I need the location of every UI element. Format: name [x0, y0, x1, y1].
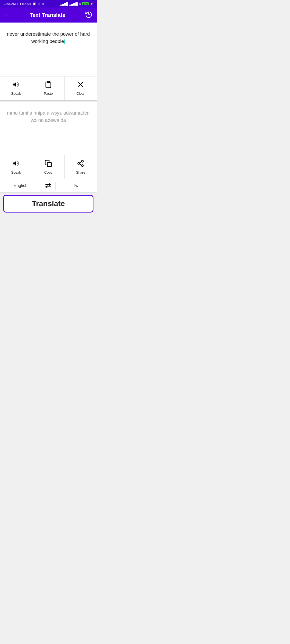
x-icon [77, 81, 84, 90]
input-section: never underestimate the power of hard wo… [0, 23, 97, 76]
svg-rect-0 [47, 81, 49, 83]
speak-output-button[interactable]: Speak [0, 155, 32, 179]
speaker-output-icon [12, 160, 20, 169]
app-header: ← Text Translate [0, 8, 97, 23]
source-language-label: English [13, 183, 27, 188]
svg-rect-3 [47, 163, 51, 167]
status-right: ▂▄▆█ ▂▄▆█ ≋ 63% ⚡ [60, 2, 93, 6]
output-text: mmu tumi a nnipa a wɔyɛ adwumaden wɔ no … [0, 101, 97, 155]
speak-input-button[interactable]: Speak [0, 76, 32, 100]
speak-input-label: Speak [11, 92, 21, 96]
svg-line-7 [79, 164, 82, 165]
whatsapp-icon: ◎ [38, 2, 41, 6]
signal-icon: ▂▄▆█ [60, 2, 68, 6]
share-button[interactable]: Share [65, 155, 97, 179]
input-text[interactable]: never underestimate the power of hard wo… [0, 23, 97, 71]
back-button[interactable]: ← [4, 12, 10, 19]
target-language-label: Twi [73, 183, 79, 188]
svg-line-8 [79, 162, 82, 163]
circle-icon: ⊕ [42, 2, 45, 6]
battery-icon: 63% [82, 2, 89, 5]
paste-label: Paste [44, 92, 53, 96]
history-button[interactable] [85, 10, 92, 20]
text-cursor: | [64, 39, 65, 44]
language-bar: English Twi [0, 179, 97, 193]
clear-button[interactable]: Clear [65, 76, 97, 100]
speaker-icon [12, 81, 20, 90]
charging-icon: ⚡ [90, 2, 93, 6]
alarm-icon: ⏰ [32, 2, 36, 6]
wifi-icon: ▂▄▆█ [69, 2, 78, 6]
translate-button[interactable]: Translate [3, 195, 93, 213]
swap-language-button[interactable] [41, 179, 55, 192]
status-network: | [17, 2, 18, 5]
status-left: 10:05 AM | 145KB/s ⏰ ◎ ⊕ [3, 2, 45, 6]
copy-button[interactable]: Copy [32, 155, 64, 179]
target-language-button[interactable]: Twi [56, 179, 97, 192]
share-label: Share [76, 170, 85, 174]
source-language-button[interactable]: English [0, 179, 41, 192]
share-icon [77, 160, 84, 169]
input-action-row: Speak Paste Clear [0, 76, 97, 100]
clipboard-icon [45, 81, 52, 90]
speak-output-label: Speak [11, 170, 21, 174]
output-action-row: Speak Copy Share [0, 155, 97, 179]
paste-button[interactable]: Paste [32, 76, 64, 100]
status-speed: 145KB/s [20, 2, 31, 5]
copy-icon [45, 160, 52, 169]
page-title: Text Translate [30, 12, 65, 18]
status-time: 10:05 AM [3, 2, 16, 5]
wifi2-icon: ≋ [79, 2, 81, 6]
status-bar: 10:05 AM | 145KB/s ⏰ ◎ ⊕ ▂▄▆█ ▂▄▆█ ≋ 63%… [0, 0, 97, 8]
copy-label: Copy [44, 170, 52, 174]
clear-label: Clear [77, 92, 85, 96]
output-section: mmu tumi a nnipa a wɔyɛ adwumaden wɔ no … [0, 101, 97, 155]
